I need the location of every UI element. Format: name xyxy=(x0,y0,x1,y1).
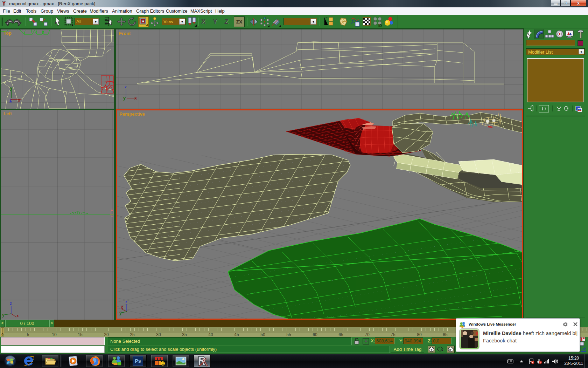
svg-text:80: 80 xyxy=(417,332,422,337)
svg-text:75: 75 xyxy=(391,332,396,337)
svg-text:y: y xyxy=(10,86,13,91)
svg-text:65: 65 xyxy=(338,332,343,337)
svg-text:50: 50 xyxy=(260,332,265,337)
svg-text:60: 60 xyxy=(313,332,317,337)
svg-text:Perspective: Perspective xyxy=(119,111,145,117)
svg-text:20: 20 xyxy=(104,332,109,337)
svg-text:x: x xyxy=(16,313,19,318)
svg-text:10: 10 xyxy=(52,332,57,337)
svg-text:z: z xyxy=(10,301,12,306)
svg-text:40: 40 xyxy=(208,332,213,337)
svg-text:5: 5 xyxy=(27,332,29,337)
svg-text:70: 70 xyxy=(365,332,370,337)
svg-text:z: z xyxy=(125,84,127,89)
svg-text:x: x xyxy=(18,97,21,103)
svg-text:y: y xyxy=(2,313,5,318)
svg-text:z: z xyxy=(9,97,12,103)
svg-text:55: 55 xyxy=(286,332,291,337)
svg-text:15: 15 xyxy=(78,332,83,337)
svg-text:Left: Left xyxy=(4,111,12,116)
svg-text:0: 0 xyxy=(1,333,4,337)
svg-text:z: z xyxy=(125,299,127,304)
svg-text:Front: Front xyxy=(119,31,131,36)
svg-text:35: 35 xyxy=(182,332,187,337)
svg-text:85: 85 xyxy=(443,332,448,337)
svg-text:ID: ID xyxy=(378,24,382,27)
svg-text:30: 30 xyxy=(156,332,161,337)
svg-text:25: 25 xyxy=(130,332,135,337)
svg-text:Top: Top xyxy=(4,30,12,36)
svg-text:45: 45 xyxy=(234,332,239,337)
